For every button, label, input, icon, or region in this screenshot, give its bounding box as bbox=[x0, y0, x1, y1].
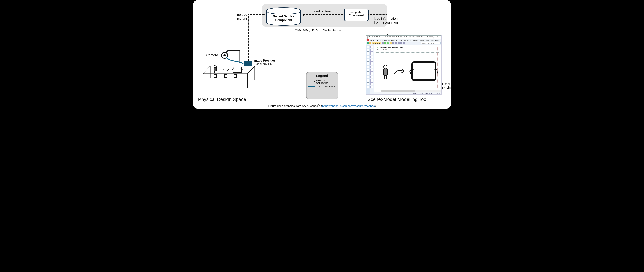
upload-label: upload picture bbox=[234, 13, 247, 20]
palette-icon[interactable] bbox=[370, 52, 373, 55]
palette-icon[interactable] bbox=[370, 66, 373, 68]
status-scene: Scene (haptic design) bbox=[419, 92, 434, 94]
palette-icon[interactable] bbox=[370, 82, 373, 85]
tool-icon[interactable] bbox=[366, 49, 369, 52]
toolbar-icon[interactable] bbox=[382, 42, 384, 44]
toolbar-icon[interactable] bbox=[400, 42, 402, 44]
palette-icon[interactable] bbox=[370, 72, 373, 75]
footer-open: ( bbox=[320, 104, 322, 108]
maximize-button[interactable]: ▢ bbox=[436, 35, 438, 37]
recognition-component: Recognition Component bbox=[344, 9, 368, 21]
palette-icon[interactable] bbox=[370, 86, 373, 88]
tool-icon[interactable] bbox=[366, 59, 369, 62]
palette-icon[interactable] bbox=[370, 46, 373, 48]
close-button[interactable]: ✕ bbox=[433, 37, 435, 39]
menu-system-tools[interactable]: System tools bbox=[430, 39, 439, 41]
load-picture-label: load picture bbox=[314, 9, 331, 13]
tool-icon[interactable] bbox=[366, 52, 369, 55]
status-modified: modified bbox=[412, 92, 417, 94]
toolbar-icon[interactable] bbox=[403, 42, 405, 44]
status-bar: modified Scene (haptic design) 83,06% bbox=[374, 92, 441, 94]
user-device-label: (User Device) bbox=[442, 82, 451, 90]
svg-rect-24 bbox=[236, 75, 237, 76]
load-info-l1: load information bbox=[374, 17, 398, 20]
recognition-label-2: Component bbox=[349, 14, 364, 17]
palette-icon[interactable] bbox=[370, 49, 373, 52]
user-device-l1: (User bbox=[442, 82, 450, 86]
toolbar-icon[interactable] bbox=[384, 42, 386, 44]
tool-icon[interactable] bbox=[366, 86, 369, 88]
bucket-service-component: Bucket Service Component bbox=[266, 7, 300, 25]
physical-design-space-title: Physical Design Space bbox=[198, 97, 246, 102]
menu-library-management[interactable]: Library Management bbox=[398, 39, 412, 41]
footer-prefix: Figure uses graphics from SAP Scenes bbox=[268, 104, 318, 108]
svg-rect-25 bbox=[235, 76, 236, 77]
palette-icon[interactable] bbox=[370, 62, 373, 65]
canvas-arrow-figure[interactable] bbox=[394, 68, 407, 77]
palette-icon[interactable] bbox=[370, 59, 373, 62]
search-input[interactable] bbox=[421, 42, 441, 44]
legend-network-row: Network Connection bbox=[308, 79, 336, 84]
svg-rect-19 bbox=[226, 75, 226, 76]
toolbar-icon[interactable] bbox=[369, 42, 371, 44]
model-canvas[interactable]: ◯◯ Digital Design Thinking Tools Mode:Fu… bbox=[374, 45, 441, 94]
minimize-button[interactable]: — bbox=[433, 35, 435, 37]
tool-icon[interactable] bbox=[366, 46, 369, 48]
canvas-header: ◯◯ Digital Design Thinking Tools Mode:Fu… bbox=[375, 46, 440, 52]
user-device-l2: Device) bbox=[442, 86, 451, 90]
canvas-person-figure[interactable] bbox=[382, 65, 390, 80]
canvas-tablet-figure[interactable] bbox=[409, 60, 439, 83]
toolbar: Modelling bbox=[366, 42, 441, 45]
left-toolbar-1 bbox=[366, 45, 370, 94]
tool-icon[interactable] bbox=[366, 76, 369, 78]
menu-extras[interactable]: Extras bbox=[413, 39, 418, 41]
svg-rect-11 bbox=[233, 67, 242, 73]
conn-recog-h bbox=[368, 14, 387, 15]
menu-window[interactable]: Window bbox=[419, 39, 424, 41]
menu-bar: Model Edit View Haptic2DigitalTwin Libra… bbox=[366, 39, 441, 42]
svg-rect-12 bbox=[214, 74, 217, 78]
menu-help[interactable]: Help bbox=[426, 39, 429, 41]
toolbar-icon[interactable] bbox=[392, 42, 394, 44]
tool-icon[interactable] bbox=[366, 66, 369, 68]
palette-icon[interactable] bbox=[370, 79, 373, 82]
tool-icon[interactable] bbox=[366, 79, 369, 82]
svg-rect-32 bbox=[412, 62, 436, 80]
svg-rect-22 bbox=[234, 74, 237, 78]
menu-view[interactable]: View bbox=[380, 39, 383, 41]
tool-icon[interactable] bbox=[366, 56, 369, 58]
toolbar-icon[interactable] bbox=[387, 42, 389, 44]
tool-icon[interactable] bbox=[366, 82, 369, 85]
figure-attribution: Figure uses graphics from SAP ScenesTM (… bbox=[193, 104, 451, 108]
svg-rect-18 bbox=[224, 75, 225, 76]
toolbar-icon[interactable] bbox=[395, 42, 397, 44]
menu-edit[interactable]: Edit bbox=[376, 39, 378, 41]
tool-icon[interactable] bbox=[366, 62, 369, 65]
load-info-label: load information from recognition bbox=[374, 17, 398, 24]
upload-l2: picture bbox=[237, 16, 247, 20]
toolbar-icon[interactable] bbox=[367, 42, 369, 44]
toolbar-icon[interactable] bbox=[398, 42, 400, 44]
svg-rect-20 bbox=[224, 76, 225, 77]
window-controls: — ▢ ✕ bbox=[433, 35, 441, 39]
tool-icon[interactable] bbox=[366, 72, 369, 75]
palette-icon[interactable] bbox=[370, 56, 373, 58]
modelling-button[interactable]: Modelling bbox=[372, 42, 381, 44]
recognition-label-1: Recognition bbox=[348, 11, 364, 14]
palette-icon[interactable] bbox=[370, 76, 373, 78]
load-info-l2: from recognition bbox=[374, 20, 398, 24]
toolbar-icon[interactable] bbox=[390, 42, 392, 44]
menu-haptic2digitaltwin[interactable]: Haptic2DigitalTwin bbox=[384, 39, 397, 41]
svg-point-28 bbox=[384, 66, 385, 67]
tool-icon[interactable] bbox=[366, 69, 369, 72]
menu-model[interactable]: Model bbox=[370, 39, 374, 41]
svg-rect-14 bbox=[216, 75, 217, 76]
svg-rect-23 bbox=[235, 75, 236, 76]
footer-link[interactable]: https://apphaus.sap.com/resource/scenes bbox=[322, 104, 375, 108]
bucket-label-1: Bucket Service bbox=[273, 15, 294, 18]
svg-rect-15 bbox=[215, 76, 216, 77]
svg-rect-13 bbox=[215, 75, 216, 76]
palette-icon[interactable] bbox=[370, 69, 373, 72]
app-body: ◯◯ Digital Design Thinking Tools Mode:Fu… bbox=[366, 45, 441, 94]
conn-upload-horizontal bbox=[248, 14, 264, 14]
